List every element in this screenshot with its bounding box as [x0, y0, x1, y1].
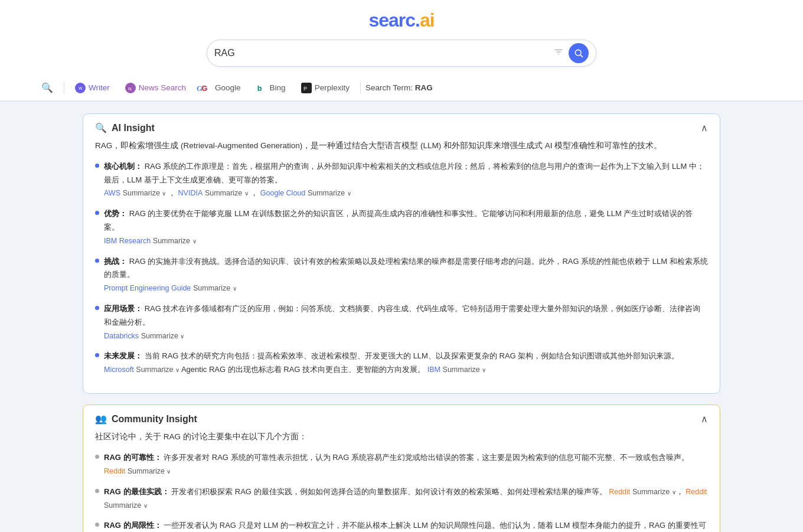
- li-content: 应用场景： RAG 技术在许多领域都有广泛的应用，例如：问答系统、文档摘要、内容…: [104, 302, 708, 342]
- bullet: [95, 259, 99, 263]
- li-label: 未来发展：: [104, 351, 142, 360]
- source-link-ibm2[interactable]: IBM: [427, 365, 440, 374]
- li-label: 应用场景：: [104, 304, 142, 313]
- extra-text: Agentic RAG 的出现也标志着 RAG 技术向更自主、更智能的方向发展。: [181, 365, 425, 374]
- magnifier-icon[interactable]: 🔍: [35, 80, 59, 96]
- toolbar-perplexity[interactable]: P Perplexity: [295, 80, 355, 96]
- summarize-databricks[interactable]: Summarize ∨: [141, 332, 185, 340]
- source-link-google-cloud[interactable]: Google Cloud: [260, 189, 305, 197]
- main-content: 🔍 AI Insight ∧ RAG，即检索增强生成 (Retrieval-Au…: [47, 102, 756, 532]
- source-link-microsoft[interactable]: Microsoft: [104, 365, 134, 374]
- list-item: RAG 的局限性： 一些开发者认为 RAG 只是对 LLM 的一种权宜之计，并不…: [95, 519, 708, 532]
- community-insight-collapse[interactable]: ∧: [701, 413, 708, 425]
- community-insight-title: Community Insight: [112, 414, 197, 425]
- logo-area: searc.ai: [0, 9, 803, 40]
- li-label: 优势：: [104, 209, 127, 218]
- li-content: RAG 的最佳实践： 开发者们积极探索 RAG 的最佳实践，例如如何选择合适的向…: [104, 485, 708, 513]
- summarize-ibm[interactable]: Summarize ∨: [153, 237, 197, 245]
- summarize-reddit1[interactable]: Summarize ∨: [128, 467, 171, 475]
- summarize-ibm2[interactable]: Summarize ∨: [443, 365, 487, 374]
- community-insight-card: 👥 Community Insight ∧ 社区讨论中，关于 RAG 的讨论主要…: [83, 404, 720, 532]
- li-text: 当前 RAG 技术的研究方向包括：提高检索效率、改进检索模型、开发更强大的 LL…: [145, 351, 680, 360]
- ai-insight-title: AI Insight: [112, 123, 155, 133]
- news-search-icon: N: [125, 83, 136, 93]
- ai-insight-list: 核心机制： RAG 系统的工作原理是：首先，根据用户的查询，从外部知识库中检索相…: [95, 160, 708, 377]
- source-link-aws[interactable]: AWS: [104, 189, 120, 197]
- list-item: 挑战： RAG 的实施并非没有挑战。选择合适的知识库、设计有效的检索策略以及处理…: [95, 255, 708, 295]
- community-insight-header: 👥 Community Insight ∧: [83, 405, 720, 430]
- bing-icon: b: [256, 83, 267, 93]
- bullet: [95, 489, 99, 493]
- search-term-value: RAG: [415, 83, 433, 92]
- ai-insight-header-left: 🔍 AI Insight: [95, 122, 155, 133]
- summarize-aws[interactable]: Summarize ∨: [123, 189, 167, 197]
- writer-icon: W: [75, 83, 86, 93]
- search-bar-area: [0, 40, 803, 75]
- bullet: [95, 164, 99, 168]
- logo-ai: ai: [420, 9, 435, 31]
- bing-label: Bing: [270, 83, 286, 92]
- divider2: [360, 82, 361, 94]
- toolbar-google[interactable]: G G G Google: [195, 80, 247, 96]
- search-input[interactable]: [214, 48, 553, 58]
- li-text: RAG 的实施并非没有挑战。选择合适的知识库、设计有效的检索策略以及处理检索结果…: [104, 257, 708, 279]
- community-insight-intro: 社区讨论中，关于 RAG 的讨论主要集中在以下几个方面：: [95, 430, 708, 444]
- bullet: [95, 455, 99, 459]
- summarize-nvidia[interactable]: Summarize ∨: [205, 189, 249, 197]
- li-text: RAG 的主要优势在于能够克服 LLM 在训练数据之外的知识盲区，从而提高生成内…: [104, 209, 693, 231]
- li-text: 一些开发者认为 RAG 只是对 LLM 的一种权宜之计，并不能从根本上解决 LL…: [104, 521, 706, 532]
- li-text: RAG 技术在许多领域都有广泛的应用，例如：问答系统、文档摘要、内容生成、代码生…: [104, 304, 700, 327]
- search-box: [207, 40, 596, 67]
- ai-insight-collapse[interactable]: ∧: [701, 122, 708, 133]
- search-button[interactable]: [569, 43, 589, 63]
- ai-insight-intro: RAG，即检索增强生成 (Retrieval-Augmented Generat…: [95, 139, 708, 153]
- perplexity-icon: P: [301, 83, 312, 93]
- li-content: 核心机制： RAG 系统的工作原理是：首先，根据用户的查询，从外部知识库中检索相…: [104, 160, 708, 200]
- filter-icon[interactable]: [553, 47, 564, 60]
- summarize-reddit2b[interactable]: Summarize ∨: [104, 501, 148, 510]
- list-item: 核心机制： RAG 系统的工作原理是：首先，根据用户的查询，从外部知识库中检索相…: [95, 160, 708, 200]
- google-icon: G G G: [201, 83, 212, 93]
- source-link-prompt[interactable]: Prompt Engineering Guide: [104, 284, 191, 292]
- svg-line-4: [580, 55, 583, 57]
- bullet: [95, 211, 99, 215]
- toolbar-news-search[interactable]: N News Search: [119, 80, 192, 96]
- summarize-prompt[interactable]: Summarize ∨: [193, 284, 237, 292]
- source-link-ibm[interactable]: IBM Research: [104, 237, 151, 245]
- summarize-microsoft[interactable]: Summarize ∨: [136, 365, 179, 374]
- search-term-prefix: Search Term:: [365, 83, 415, 92]
- source-link-databricks[interactable]: Databricks: [104, 332, 139, 340]
- ai-insight-header: 🔍 AI Insight ∧: [83, 114, 720, 139]
- community-insight-body: 社区讨论中，关于 RAG 的讨论主要集中在以下几个方面： RAG 的可靠性： 许…: [83, 430, 720, 532]
- toolbar: 🔍 W Writer N News Search G G: [0, 75, 803, 101]
- perplexity-label: Perplexity: [315, 83, 350, 92]
- bullet: [95, 306, 99, 310]
- source-link-nvidia[interactable]: NVIDIA: [178, 189, 203, 197]
- logo-dot: .: [415, 9, 420, 31]
- list-item: 应用场景： RAG 技术在许多领域都有广泛的应用，例如：问答系统、文档摘要、内容…: [95, 302, 708, 342]
- li-content: RAG 的可靠性： 许多开发者对 RAG 系统的可靠性表示担忧，认为 RAG 系…: [104, 451, 708, 478]
- li-content: 未来发展： 当前 RAG 技术的研究方向包括：提高检索效率、改进检索模型、开发更…: [104, 350, 708, 377]
- ai-insight-card: 🔍 AI Insight ∧ RAG，即检索增强生成 (Retrieval-Au…: [83, 113, 720, 394]
- summarize-reddit2a[interactable]: Summarize ∨: [632, 488, 676, 496]
- search-term-area: Search Term: RAG: [365, 83, 433, 92]
- svg-text:P: P: [303, 86, 307, 92]
- svg-text:G: G: [197, 84, 203, 92]
- toolbar-writer[interactable]: W Writer: [69, 80, 116, 96]
- divider: [64, 82, 64, 94]
- summarize-google-cloud[interactable]: Summarize ∨: [308, 189, 351, 197]
- reddit-link[interactable]: Reddit: [686, 488, 707, 496]
- toolbar-bing[interactable]: b Bing: [250, 80, 292, 96]
- header: searc.ai 🔍: [0, 0, 803, 102]
- li-content: RAG 的局限性： 一些开发者认为 RAG 只是对 LLM 的一种权宜之计，并不…: [104, 519, 708, 532]
- list-item: 未来发展： 当前 RAG 技术的研究方向包括：提高检索效率、改进检索模型、开发更…: [95, 350, 708, 377]
- li-content: 优势： RAG 的主要优势在于能够克服 LLM 在训练数据之外的知识盲区，从而提…: [104, 207, 708, 247]
- li-label: 核心机制：: [104, 162, 142, 171]
- li-label: RAG 的可靠性：: [104, 453, 162, 462]
- bullet: [95, 353, 99, 357]
- li-content: 挑战： RAG 的实施并非没有挑战。选择合适的知识库、设计有效的检索策略以及处理…: [104, 255, 708, 295]
- reddit-link[interactable]: Reddit: [609, 488, 630, 496]
- li-label: RAG 的最佳实践：: [104, 487, 169, 496]
- writer-label: Writer: [89, 83, 110, 92]
- reddit-link[interactable]: Reddit: [104, 467, 125, 475]
